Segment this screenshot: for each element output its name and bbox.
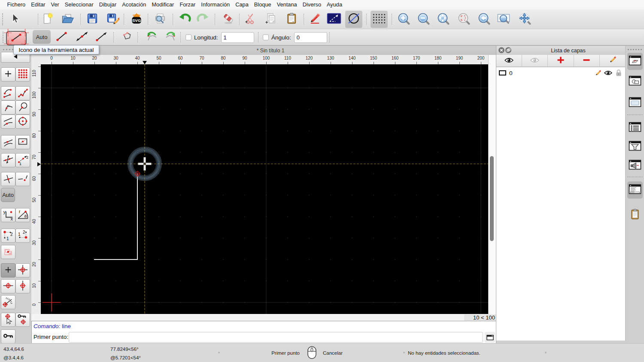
menu-modificar[interactable]: Modificar (149, 0, 177, 9)
two-curves-button[interactable] (1, 135, 15, 149)
edit-layer-button[interactable] (600, 55, 625, 66)
polyline-undo-button[interactable] (145, 30, 160, 45)
open-file-button[interactable] (58, 11, 76, 28)
arc-tangent-button[interactable] (1, 115, 15, 129)
snap-horizontal-button[interactable] (1, 279, 15, 293)
layer-edit-icon[interactable] (595, 70, 601, 76)
show-all-layers-button[interactable] (496, 55, 522, 66)
dock-close-button[interactable] (498, 47, 505, 54)
radius-angle-button[interactable]: ra (15, 208, 30, 222)
snap-vertical-button[interactable] (15, 279, 30, 293)
zoom-previous-button[interactable] (475, 11, 492, 28)
zoom-out-button[interactable] (415, 11, 432, 28)
snap-auto-button[interactable]: Auto (1, 188, 15, 202)
layer-list-tab[interactable] (627, 53, 643, 70)
layer-row[interactable]: 0 (496, 68, 625, 78)
palette-handle[interactable] (3, 49, 13, 50)
remove-layer-button[interactable] (574, 55, 600, 66)
lock-relative-zero-button[interactable] (15, 313, 30, 327)
paste-button[interactable] (283, 11, 300, 28)
snap-grid-button[interactable] (15, 263, 30, 278)
line-two-points-button[interactable] (54, 30, 70, 45)
drawing-canvas[interactable] (41, 64, 488, 314)
delete-button[interactable] (220, 11, 237, 28)
longitud-checkbox[interactable] (185, 34, 191, 40)
add-layer-button[interactable] (548, 55, 574, 66)
line-angle-button[interactable] (74, 30, 90, 45)
polyline-points-button[interactable] (15, 86, 30, 100)
vertical-scrollbar-thumb[interactable] (490, 156, 494, 241)
distance-1-2-button[interactable]: 12 (15, 153, 30, 167)
edit-pen-button[interactable] (306, 11, 323, 28)
rect-diagonal-button[interactable] (15, 135, 30, 149)
move-arrows-button[interactable] (1, 153, 15, 167)
new-file-button[interactable] (39, 11, 56, 28)
notification-tab[interactable] (627, 157, 643, 174)
snap-free-button[interactable] (1, 263, 15, 278)
keyboard-toggle-button[interactable] (485, 332, 495, 343)
entity-list-tab[interactable] (627, 119, 643, 136)
clipboard-tab[interactable] (627, 206, 643, 223)
menu-editar[interactable]: Editar (28, 0, 48, 9)
save-button[interactable] (84, 11, 101, 28)
menu-ventana[interactable]: Ventana (274, 0, 300, 9)
undo-button[interactable] (176, 11, 193, 28)
xy-coordinate-button[interactable]: yx (1, 208, 15, 222)
line-attributes-button[interactable] (325, 11, 343, 28)
line-point-button[interactable] (15, 172, 30, 186)
block-list-tab[interactable] (627, 73, 643, 90)
hide-all-layers-button[interactable] (522, 55, 548, 66)
angulo-checkbox[interactable] (263, 34, 269, 40)
menu-informacion[interactable]: Información (198, 0, 233, 9)
circle-center-button[interactable] (15, 115, 30, 129)
plus-tool-button[interactable] (1, 67, 15, 81)
menu-dibujar[interactable]: Dibujar (96, 0, 119, 9)
cross-lines-button[interactable] (1, 172, 15, 186)
menu-diverso[interactable]: Diverso (300, 0, 324, 9)
menu-capa[interactable]: Capa (233, 0, 252, 9)
zoom-pan-button[interactable] (516, 11, 533, 28)
zoom-auto-button[interactable] (434, 11, 452, 28)
toolbar-handle[interactable] (3, 32, 3, 43)
sequence-1-2-button[interactable]: 12 (1, 229, 15, 243)
snap-angle-button[interactable] (1, 295, 15, 309)
menu-forzar[interactable]: Forzar (177, 0, 198, 9)
current-tool-button[interactable] (6, 31, 27, 45)
copy-button[interactable] (261, 11, 279, 28)
library-browser-tab[interactable] (627, 94, 643, 112)
toolbar-handle[interactable] (2, 13, 3, 25)
redo-button[interactable] (194, 11, 212, 28)
polyline-redo-button[interactable] (162, 30, 178, 45)
angulo-input[interactable]: 0 (294, 32, 327, 43)
ghost-shape-button[interactable] (1, 245, 15, 259)
print-preview-button[interactable] (152, 11, 169, 28)
layer-filter-tab[interactable] (627, 138, 643, 155)
command-line-tab[interactable] (627, 181, 643, 199)
sequence-2-1-button[interactable]: 12 (15, 229, 30, 243)
snap-auto-dropdown[interactable]: Auto (33, 30, 51, 44)
layer-lock-icon[interactable] (615, 69, 622, 77)
menu-ayuda[interactable]: Ayuda (324, 0, 345, 9)
spline-button[interactable] (1, 86, 15, 100)
tangent-button[interactable] (1, 100, 15, 115)
cursor-button[interactable] (6, 11, 23, 28)
command-input[interactable] (69, 332, 483, 343)
circle-line-button[interactable] (345, 11, 362, 28)
menu-fichero[interactable]: Fichero (4, 0, 28, 9)
zoom-selected-button[interactable] (455, 11, 472, 28)
cut-button[interactable] (242, 11, 259, 28)
zoom-in-button[interactable] (395, 11, 412, 28)
loop-button[interactable] (15, 100, 30, 115)
polyline-button[interactable] (119, 30, 135, 45)
relative-zero-button[interactable] (1, 329, 15, 344)
line-arrow-button[interactable] (94, 30, 109, 45)
longitud-input[interactable]: 1 (221, 32, 254, 43)
menu-ver[interactable]: Ver (48, 0, 62, 9)
zoom-window-button[interactable] (495, 11, 512, 28)
menu-bloque[interactable]: Bloque (251, 0, 274, 9)
menu-seleccionar[interactable]: Seleccionar (62, 0, 96, 9)
snap-cursor-button[interactable] (1, 313, 15, 327)
grid-button[interactable] (371, 11, 388, 28)
dock-float-button[interactable] (505, 47, 512, 54)
save-as-button[interactable] (104, 11, 121, 28)
